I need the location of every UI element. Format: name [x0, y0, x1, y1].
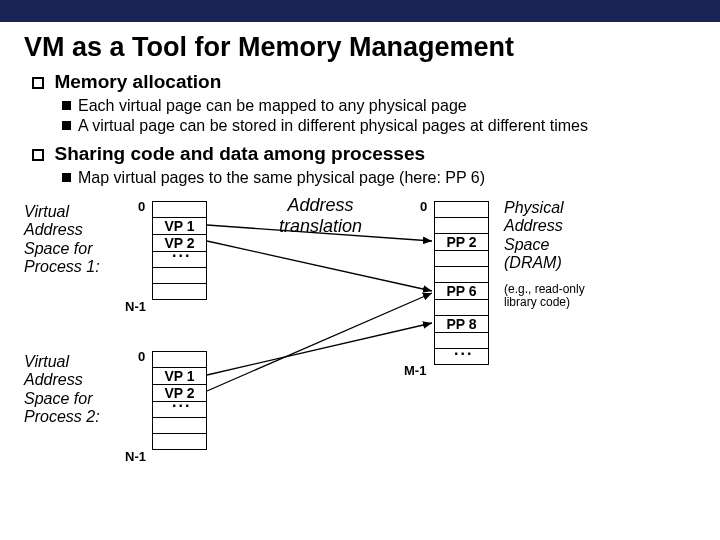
bullet-label: Memory allocation	[54, 71, 221, 92]
table-cell	[153, 202, 207, 218]
ellipsis-icon: ...	[454, 341, 473, 359]
sub-bullet-label: A virtual page can be stored in differen…	[78, 117, 588, 134]
table-cell: PP 8	[435, 316, 489, 333]
bullet-list: Memory allocation Each virtual page can …	[32, 71, 696, 187]
label-pas: Physical Address Space (DRAM)	[504, 199, 564, 273]
square-icon	[62, 101, 71, 110]
ellipsis-icon: ...	[172, 243, 191, 261]
table-cell: PP 2	[435, 234, 489, 251]
index-zero: 0	[138, 349, 145, 364]
index-n1: N-1	[125, 449, 146, 464]
bullet-icon	[32, 149, 44, 161]
table-cell	[153, 284, 207, 300]
table-p2: 0 VP 1VP 2 ... N-1	[152, 351, 207, 450]
sub-bullet-label: Map virtual pages to the same physical p…	[78, 169, 485, 186]
label-vas2: Virtual Address Space for Process 2:	[24, 353, 100, 427]
table-cell: VP 1	[153, 368, 207, 385]
slide-title: VM as a Tool for Memory Management	[24, 32, 696, 63]
label-translation: Address translation	[279, 195, 362, 236]
table-cell	[435, 251, 489, 267]
top-bar	[0, 0, 720, 22]
index-n1: N-1	[125, 299, 146, 314]
svg-line-2	[207, 323, 432, 375]
index-m1: M-1	[404, 363, 426, 378]
table-cell	[153, 434, 207, 450]
table-cell	[153, 268, 207, 284]
table-cell: PP 6	[435, 283, 489, 300]
ellipsis-icon: ...	[172, 393, 191, 411]
square-icon	[62, 173, 71, 182]
table-cell	[435, 202, 489, 218]
table-cell	[435, 300, 489, 316]
sub-bullet-list: Each virtual page can be mapped to any p…	[62, 97, 696, 135]
slide-content: VM as a Tool for Memory Management Memor…	[0, 22, 720, 515]
table-p1: 0 VP 1VP 2 ... N-1	[152, 201, 207, 300]
label-vas1: Virtual Address Space for Process 1:	[24, 203, 100, 277]
bullet-icon	[32, 77, 44, 89]
sub-bullet-list: Map virtual pages to the same physical p…	[62, 169, 696, 187]
square-icon	[62, 121, 71, 130]
table-cell	[435, 218, 489, 234]
index-zero: 0	[138, 199, 145, 214]
table-cell	[153, 352, 207, 368]
table-phys: 0 PP 2PP 6PP 8 ... M-1	[434, 201, 489, 365]
svg-line-3	[207, 293, 432, 391]
table-cell	[153, 418, 207, 434]
table-cell: VP 1	[153, 218, 207, 235]
sub-bullet-label: Each virtual page can be mapped to any p…	[78, 97, 467, 114]
note-readonly: (e.g., read-only library code)	[504, 283, 585, 309]
svg-line-1	[207, 241, 432, 291]
table-cell	[435, 267, 489, 283]
bullet-label: Sharing code and data among processes	[54, 143, 425, 164]
index-zero: 0	[420, 199, 427, 214]
diagram: Virtual Address Space for Process 1: 0 V…	[24, 195, 694, 505]
